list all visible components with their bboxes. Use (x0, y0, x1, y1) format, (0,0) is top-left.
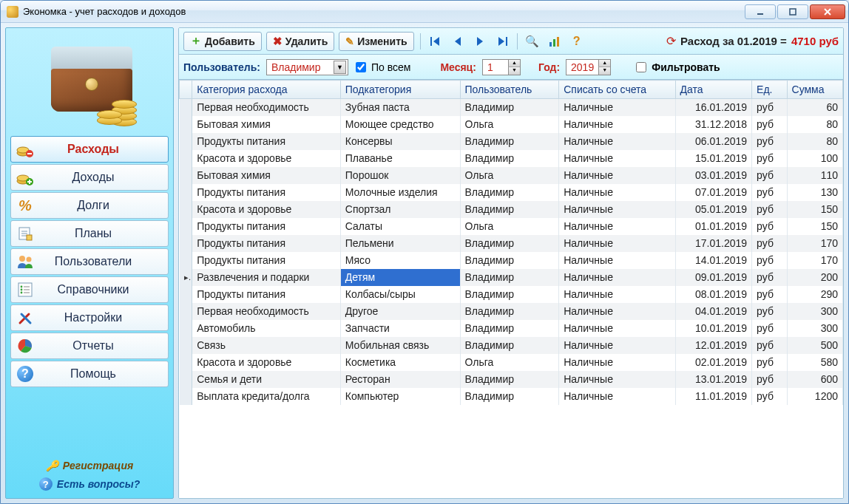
cell-date: 08.01.2019 (675, 286, 752, 303)
table-row[interactable]: Первая необходимостьДругоеВладимирНаличн… (180, 303, 843, 320)
cell-date: 17.01.2019 (675, 235, 752, 252)
help-button[interactable]: ? (568, 33, 586, 50)
separator (420, 33, 421, 50)
edit-button[interactable]: ✎ Изменить (339, 32, 413, 51)
refresh-icon[interactable]: ⟳ (666, 34, 676, 48)
sidebar-item-coins-plus[interactable]: Доходы (10, 164, 169, 191)
cell-sum: 150 (787, 218, 842, 235)
spinner-down-icon[interactable]: ▼ (598, 67, 610, 75)
table-row[interactable]: Продукты питанияКонсервыВладимирНаличные… (180, 133, 843, 150)
cell-sum: 290 (787, 286, 842, 303)
faq-link[interactable]: ? Есть вопросы? (10, 474, 169, 494)
close-button[interactable] (810, 4, 845, 19)
spinner-up-icon[interactable]: ▲ (598, 60, 610, 67)
table-row[interactable]: Бытовая химияМоющее средствоОльгаНаличны… (180, 116, 843, 133)
table-row[interactable]: Продукты питанияКолбасы/сырыВладимирНали… (180, 286, 843, 303)
search-button[interactable]: 🔍 (524, 33, 541, 50)
spinner-down-icon[interactable]: ▼ (508, 67, 520, 75)
col-sum[interactable]: Сумма (787, 81, 842, 99)
table-row[interactable]: Красота и здоровьеСпортзалВладимирНаличн… (180, 201, 843, 218)
row-marker: ▸ (180, 269, 192, 286)
cell-subcategory: Ресторан (340, 371, 460, 388)
cell-subcategory: Консервы (340, 133, 460, 150)
table-row[interactable]: Семья и детиРесторанВладимирНаличные13.0… (180, 371, 843, 388)
cell-account: Наличные (559, 354, 675, 371)
cell-user: Владимир (460, 320, 559, 337)
all-users-checkbox-input[interactable] (356, 62, 366, 72)
cell-account: Наличные (559, 235, 675, 252)
filter-checkbox-input[interactable] (636, 62, 646, 72)
table-row[interactable]: ▸Развлечения и подаркиДетямВладимирНалич… (180, 269, 843, 286)
table-row[interactable]: Бытовая химияПорошокОльгаНаличные03.01.2… (180, 167, 843, 184)
sidebar-item-tools[interactable]: Настройки (10, 304, 169, 331)
col-user[interactable]: Пользователь (460, 81, 559, 99)
add-button[interactable]: ＋ Добавить (183, 32, 262, 51)
table-row[interactable]: Красота и здоровьеКосметикаОльгаНаличные… (180, 354, 843, 371)
nav-next-button[interactable] (471, 33, 489, 50)
table-row[interactable]: Продукты питанияСалатыОльгаНаличные01.01… (180, 218, 843, 235)
sidebar-item-piechart[interactable]: Отчеты (10, 333, 169, 359)
minimize-button[interactable] (745, 4, 776, 19)
table-row[interactable]: АвтомобильЗапчастиВладимирНаличные10.01.… (180, 320, 843, 337)
spinner-up-icon[interactable]: ▲ (508, 60, 520, 67)
col-subcategory[interactable]: Подкатегория (340, 81, 460, 99)
all-users-checkbox[interactable]: По всем (353, 60, 410, 75)
cell-sum: 300 (787, 303, 842, 320)
svg-rect-36 (549, 42, 552, 47)
filter-checkbox[interactable]: Фильтровать (633, 60, 720, 75)
cell-category: Первая необходимость (192, 99, 341, 116)
cell-account: Наличные (559, 252, 675, 269)
sidebar-item-list[interactable]: Справочники (10, 276, 169, 303)
cell-date: 16.01.2019 (675, 99, 752, 116)
logo-wallet (10, 31, 169, 134)
col-category[interactable]: Категория расхода (192, 81, 341, 99)
pencil-icon: ✎ (345, 35, 354, 47)
col-unit[interactable]: Ед. (752, 81, 787, 99)
table-row[interactable]: Продукты питанияМолочные изделияВладимир… (180, 184, 843, 201)
nav-last-button[interactable] (493, 33, 511, 50)
cell-sum: 500 (787, 337, 842, 354)
titlebar: Экономка - учет расходов и доходов (1, 1, 848, 23)
sidebar-item-coins-minus[interactable]: Расходы (10, 136, 169, 163)
user-combo[interactable]: Владимир ▼ (266, 59, 348, 75)
cell-unit: руб (752, 167, 787, 184)
svg-marker-31 (433, 37, 439, 46)
chart-button[interactable] (546, 33, 564, 50)
nav-prev-button[interactable] (449, 33, 467, 50)
row-marker (180, 201, 192, 218)
nav-first-button[interactable] (427, 33, 444, 50)
table-row[interactable]: Красота и здоровьеПлаваньеВладимирНаличн… (180, 150, 843, 167)
cell-unit: руб (752, 218, 787, 235)
sidebar-item-users[interactable]: Пользователи (10, 248, 169, 275)
table-row[interactable]: Выплата кредита/долгаКомпьютерВладимирНа… (180, 388, 843, 405)
expenses-table[interactable]: Категория расхода Подкатегория Пользоват… (179, 80, 843, 498)
sidebar-item-notes[interactable]: Планы (10, 220, 169, 247)
col-account[interactable]: Списать со счета (559, 81, 675, 99)
cell-account: Наличные (559, 218, 675, 235)
svg-rect-7 (27, 153, 32, 154)
cell-account: Наличные (559, 201, 675, 218)
register-link[interactable]: 🔑 Регистрация (10, 457, 169, 474)
delete-button[interactable]: ✖ Удалить (266, 32, 334, 51)
maximize-button[interactable] (777, 4, 808, 19)
col-date[interactable]: Дата (675, 81, 752, 99)
month-spinner[interactable]: 1 ▲▼ (482, 59, 521, 75)
table-row[interactable]: Первая необходимостьЗубная пастаВладимир… (180, 99, 843, 116)
summary-amount: 4710 руб (791, 35, 839, 47)
table-row[interactable]: СвязьМобильная связьВладимирНаличные12.0… (180, 337, 843, 354)
table-row[interactable]: Продукты питанияПельмениВладимирНаличные… (180, 235, 843, 252)
cell-unit: руб (752, 150, 787, 167)
cell-sum: 60 (787, 99, 842, 116)
row-marker (180, 235, 192, 252)
sidebar-item-percent[interactable]: %Долги (10, 192, 169, 219)
cell-account: Наличные (559, 388, 675, 405)
year-spinner[interactable]: 2019 ▲▼ (566, 59, 611, 75)
row-marker (180, 337, 192, 354)
cell-category: Выплата кредита/долга (192, 388, 341, 405)
row-marker (180, 116, 192, 133)
help-icon: ? (16, 364, 35, 384)
sidebar-item-help[interactable]: ?Помощь (10, 361, 169, 387)
row-marker (180, 252, 192, 269)
cell-sum: 80 (787, 116, 842, 133)
table-row[interactable]: Продукты питанияМясоВладимирНаличные14.0… (180, 252, 843, 269)
